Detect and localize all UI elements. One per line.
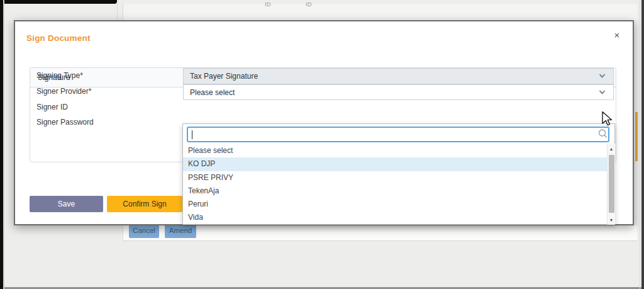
signer-provider-label: Signer Provider* <box>36 87 91 96</box>
scrollbar-thumb[interactable] <box>609 155 614 213</box>
dropdown-option-peruri[interactable]: Peruri <box>183 198 607 211</box>
search-icon <box>596 127 610 140</box>
screen-bezel-highlight <box>3 0 4 289</box>
dropdown-search-input[interactable] <box>187 127 609 142</box>
background-panel-bottom <box>123 225 637 241</box>
signer-provider-select[interactable]: Please select <box>183 84 614 100</box>
chevron-down-icon <box>599 72 606 79</box>
dropdown-option-vida[interactable]: Vida <box>183 211 607 224</box>
screen-bezel-right <box>641 0 644 289</box>
text-caret <box>192 130 192 139</box>
dropdown-option-ko-djp[interactable]: KO DJP <box>183 157 607 171</box>
scroll-up-icon[interactable]: ▲ <box>608 145 615 152</box>
signing-type-select[interactable]: Tax Payer Signature <box>183 68 614 84</box>
signer-provider-dropdown: Please select KO DJP PSRE PRIVY TekenAja… <box>182 123 615 225</box>
dialog-title: Sign Document <box>26 33 91 43</box>
table-header-id-2: ID <box>306 1 312 8</box>
signer-password-label: Signer Password <box>36 118 94 127</box>
save-button[interactable]: Save <box>30 196 103 212</box>
signer-id-label: Signer ID <box>36 103 68 111</box>
dropdown-option-please-select[interactable]: Please select <box>183 144 607 157</box>
dropdown-option-list: Please select KO DJP PSRE PRIVY TekenAja… <box>183 144 607 225</box>
yellow-edge-strip <box>635 112 638 161</box>
table-header-id-1: ID <box>265 1 271 8</box>
dropdown-option-tekenaja[interactable]: TekenAja <box>183 184 607 198</box>
scroll-down-icon[interactable]: ▼ <box>608 216 615 224</box>
signing-type-label: Signing Type* <box>36 71 83 80</box>
cursor-icon <box>602 111 617 128</box>
dropdown-scrollbar[interactable]: ▲ ▼ <box>607 144 615 225</box>
background-panel-border <box>117 4 118 20</box>
close-icon[interactable]: × <box>611 29 623 40</box>
background-panel-top <box>123 4 637 20</box>
signer-provider-value: Please select <box>190 88 235 97</box>
background-panel-border <box>123 4 123 20</box>
screen-bezel-top <box>0 0 117 4</box>
confirm-sign-button[interactable]: Confirm Sign <box>107 196 182 212</box>
chevron-down-icon <box>599 89 606 96</box>
signing-type-value: Tax Payer Signature <box>190 72 258 81</box>
dropdown-option-psre-privy[interactable]: PSRE PRIVY <box>183 171 607 184</box>
screen-bezel-highlight <box>640 0 640 289</box>
